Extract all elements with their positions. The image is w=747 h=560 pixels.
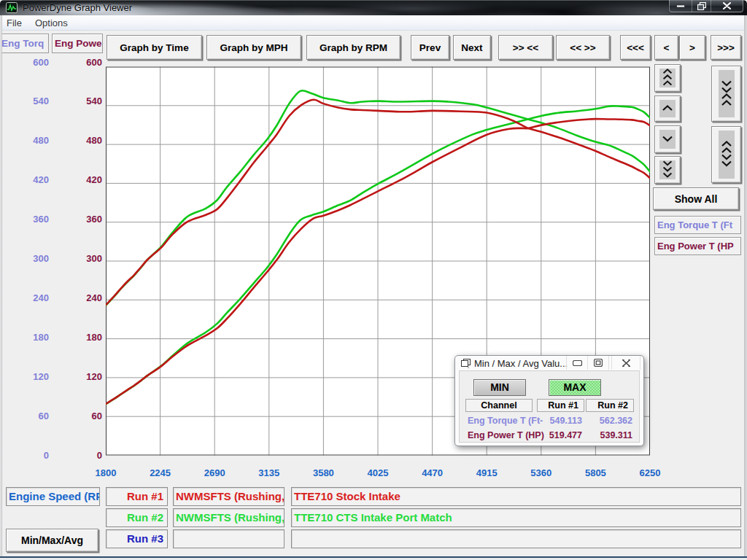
run-comment-2[interactable]: TTE710 CTS Intake Port Match [291, 508, 741, 527]
run-comment-1[interactable]: TTE710 Stock Intake [291, 487, 741, 506]
column-header-run1: Run #1 [537, 399, 584, 412]
y-tick-torque: 540 [20, 96, 49, 106]
dialog-restore-icon [594, 359, 603, 367]
max-toggle-button[interactable]: MAX [549, 379, 601, 396]
y-tick-power: 120 [73, 372, 102, 381]
toolbar-button-graph-by-time[interactable]: Graph by Time [107, 35, 202, 60]
toolbar-button-graph-by-mph[interactable]: Graph by MPH [206, 35, 301, 60]
y-tick-power: 600 [73, 58, 102, 67]
run-comment-3[interactable] [291, 529, 741, 548]
x-channel-box[interactable]: Engine Speed (RP [6, 487, 100, 506]
dialog-restore-button[interactable] [587, 356, 609, 370]
x-tick-rpm: 6250 [630, 467, 670, 478]
scroll-up-button[interactable] [654, 96, 681, 122]
zoom-compress-button[interactable] [711, 66, 741, 122]
y-tick-torque: 600 [20, 58, 49, 67]
dialog-row-power-run1-value: 519.477 [537, 430, 582, 440]
menu-bar: File Options [0, 15, 747, 31]
y-tick-power: 540 [73, 96, 102, 106]
y-tick-power: 420 [73, 175, 102, 184]
scroll-down-fast-button[interactable] [654, 156, 681, 184]
y-tick-torque: 360 [20, 214, 49, 224]
window-title: PowerDyne Graph Viewer [23, 2, 132, 13]
run-file-2[interactable]: NWMSFTS (Rushing, [173, 508, 285, 527]
y-tick-power: 300 [73, 254, 102, 263]
toolbar-button-[interactable]: >>> [711, 35, 741, 60]
minimize-button[interactable] [670, 0, 692, 12]
toolbar-button-[interactable]: << >> [556, 35, 610, 60]
zoom-compress-pad [719, 70, 735, 117]
scroll-down-pad [659, 130, 676, 149]
min-max-dialog[interactable]: Min / Max / Avg Valu... MIN [454, 355, 644, 446]
y-tick-torque: 0 [20, 451, 49, 460]
dialog-close-button[interactable] [611, 356, 640, 370]
min-max-avg-button[interactable]: Min/Max/Avg [6, 529, 98, 552]
toolbar-button-graph-by-rpm[interactable]: Graph by RPM [306, 35, 400, 60]
y-tick-power: 180 [73, 332, 102, 342]
channel-box-torque[interactable]: Eng Torque T (Ft [654, 216, 741, 234]
dialog-minimize-icon [573, 360, 582, 366]
x-tick-rpm: 2245 [140, 467, 181, 478]
x-tick-rpm: 3135 [249, 467, 290, 478]
restore-button[interactable] [692, 0, 711, 12]
x-tick-rpm: 4915 [466, 467, 507, 478]
toolbar-button-[interactable]: < [654, 35, 678, 60]
close-button[interactable] [711, 0, 743, 12]
zoom-expand-button[interactable] [711, 126, 741, 183]
chevron-icon [662, 160, 673, 179]
run-label-3: Run #3 [106, 529, 168, 548]
y-tick-torque: 240 [20, 293, 49, 303]
dialog-row-torque-run1-value: 549.113 [537, 416, 582, 426]
x-tick-rpm: 1800 [85, 467, 126, 478]
titlebar-highlight [0, 0, 747, 1]
dialog-content: MIN MAX Channel Run #1 Run #2 Eng Torque… [459, 370, 640, 443]
restore-icon [697, 2, 706, 10]
y-tick-power: 60 [73, 411, 102, 421]
channel-box-power[interactable]: Eng Power T (HP [654, 237, 741, 255]
menu-file[interactable]: File [0, 15, 28, 30]
scroll-down-fast-pad [659, 160, 676, 179]
min-toggle-button[interactable]: MIN [473, 379, 526, 396]
run-file-1[interactable]: NWMSFTS (Rushing, [173, 487, 285, 506]
scroll-up-fast-pad [659, 69, 676, 88]
window-frame-right [744, 15, 747, 556]
run-file-3[interactable] [173, 529, 285, 548]
toolbar-button-[interactable]: <<< [620, 35, 651, 60]
window-frame-bottom[interactable] [0, 556, 747, 560]
scroll-down-button[interactable] [654, 125, 681, 153]
y-tick-power: 480 [73, 136, 102, 145]
window-frame-left [0, 15, 2, 556]
zoom-expand-pad [719, 131, 735, 179]
tab-eng-torque[interactable]: Eng Torq [0, 34, 49, 53]
scroll-up-pad [659, 100, 676, 117]
toolbar-button-[interactable]: > [679, 35, 705, 60]
y-tick-power: 360 [73, 214, 102, 224]
dialog-close-icon [622, 359, 631, 367]
x-tick-rpm: 5805 [575, 467, 616, 478]
scroll-up-fast-button[interactable] [654, 64, 681, 92]
title-bar[interactable]: PowerDyne Graph Viewer [0, 0, 747, 15]
x-tick-rpm: 5360 [521, 467, 562, 478]
y-tick-power: 240 [73, 293, 102, 303]
toolbar-button-prev[interactable]: Prev [411, 35, 449, 60]
app-window: PowerDyne Graph Viewer File Opti [0, 0, 747, 560]
app-icon [6, 2, 18, 13]
x-tick-rpm: 3580 [303, 467, 344, 478]
show-all-button[interactable]: Show All [653, 187, 739, 210]
x-tick-rpm: 4470 [412, 467, 453, 478]
toolbar-button-[interactable]: >> << [498, 35, 553, 60]
dialog-row-power-run2-value: 539.311 [586, 430, 632, 440]
toolbar-button-next[interactable]: Next [453, 35, 491, 60]
tab-eng-power[interactable]: Eng Powe [52, 34, 103, 53]
close-icon [723, 2, 731, 9]
chevron-icon [662, 69, 673, 88]
chevron-icon [721, 80, 732, 108]
chevron-icon [721, 141, 732, 168]
y-tick-torque: 300 [20, 254, 49, 263]
y-tick-torque: 60 [20, 411, 49, 421]
caption-button-group [669, 0, 743, 12]
dialog-row-torque-run2-value: 562.362 [586, 416, 632, 426]
dialog-minimize-button[interactable] [566, 356, 588, 370]
y-tick-power: 0 [73, 451, 102, 460]
menu-options[interactable]: Options [28, 15, 74, 30]
